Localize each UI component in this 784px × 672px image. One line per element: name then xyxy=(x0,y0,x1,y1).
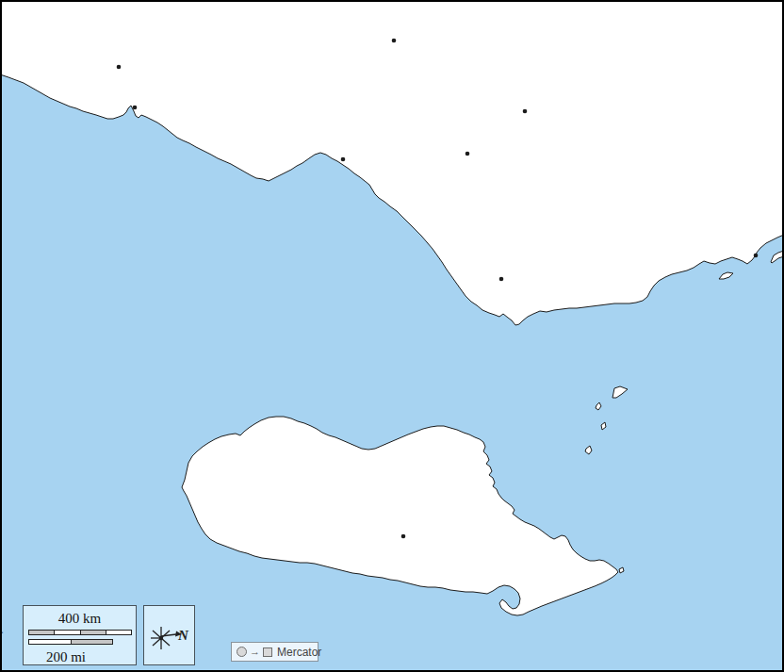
north-label: N xyxy=(178,628,188,644)
city-dot xyxy=(499,277,504,282)
city-dot xyxy=(466,152,470,156)
city-dot xyxy=(401,534,406,539)
flat-map-square-icon xyxy=(263,647,272,657)
scale-box: 400 km 200 mi xyxy=(23,605,137,665)
city-dot xyxy=(117,65,122,70)
scale-bar-segment xyxy=(54,631,79,634)
map-canvas xyxy=(0,0,784,672)
scale-bar-segment xyxy=(29,640,71,644)
scale-bar-mi xyxy=(28,639,113,645)
north-arrow-box: N xyxy=(143,605,195,665)
city-dot xyxy=(754,254,759,258)
scale-mi-label: 200 mi xyxy=(24,650,108,664)
globe-circle-icon xyxy=(237,647,247,657)
city-dot xyxy=(523,109,528,114)
scale-bar-segment xyxy=(29,631,54,634)
city-dot xyxy=(341,157,346,162)
scale-bar-segment xyxy=(71,640,113,644)
map-frame: 400 km 200 mi N → Mercator © d-maps.com xyxy=(0,0,784,672)
city-dot xyxy=(392,39,397,43)
scale-km-label: 400 km xyxy=(24,612,136,626)
scale-bar-km xyxy=(28,630,132,635)
projection-legend: → Mercator xyxy=(231,642,318,662)
scale-bar-segment xyxy=(80,631,106,634)
dmaps-credit: © d-maps.com xyxy=(0,600,3,667)
arrow-icon: → xyxy=(250,647,260,657)
city-dot xyxy=(133,106,138,110)
projection-label: Mercator xyxy=(277,647,321,658)
scale-bar-segment xyxy=(106,631,131,634)
